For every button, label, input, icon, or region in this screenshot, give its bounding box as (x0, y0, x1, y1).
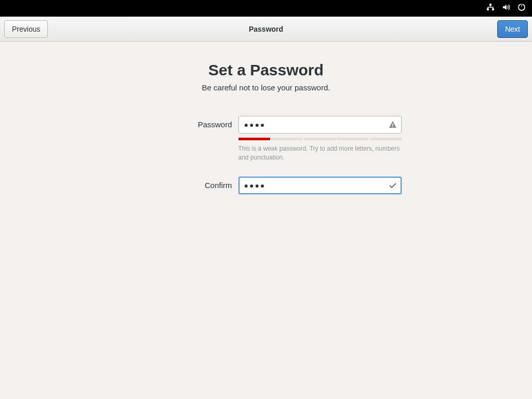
strength-meter (238, 138, 402, 140)
confirm-input[interactable] (238, 177, 402, 194)
check-icon (389, 181, 397, 190)
page-title: Set a Password (208, 61, 324, 79)
strength-segment (271, 138, 303, 140)
next-button[interactable]: Next (497, 20, 528, 38)
svg-rect-4 (521, 4, 522, 7)
password-input-wrap (238, 116, 402, 134)
previous-button[interactable]: Previous (4, 20, 48, 38)
password-form: Password This is a weak password. Try to… (131, 116, 402, 194)
strength-segment (238, 138, 270, 140)
page-subtitle: Be careful not to lose your password. (202, 83, 330, 92)
header-title: Password (249, 25, 283, 33)
strength-segment (337, 138, 368, 140)
confirm-input-wrap (238, 177, 402, 194)
confirm-label: Confirm (131, 177, 232, 194)
power-icon[interactable] (517, 3, 526, 14)
content-area: Set a Password Be careful not to lose yo… (0, 42, 532, 194)
header-bar: Previous Password Next (0, 17, 532, 42)
strength-hint: This is a weak password. Try to add more… (238, 144, 402, 162)
password-label: Password (131, 116, 232, 134)
warning-icon (389, 121, 397, 129)
strength-segment (304, 138, 336, 140)
volume-icon[interactable] (502, 3, 510, 14)
svg-rect-1 (487, 8, 489, 10)
password-input[interactable] (238, 116, 402, 134)
svg-rect-0 (489, 4, 491, 6)
svg-rect-5 (392, 124, 393, 126)
svg-rect-2 (492, 8, 494, 10)
strength-segment (369, 138, 401, 140)
svg-rect-6 (392, 126, 393, 127)
network-icon[interactable] (486, 3, 495, 14)
top-panel (0, 0, 532, 17)
